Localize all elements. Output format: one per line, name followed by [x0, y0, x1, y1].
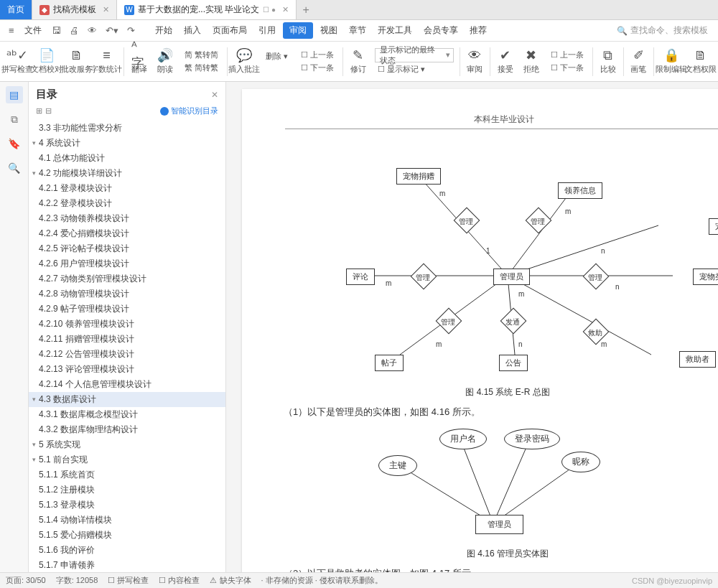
- attr-pwd: 登录密码: [504, 429, 560, 449]
- menu-layout[interactable]: 页面布局: [208, 22, 251, 39]
- prev-change-button[interactable]: ☐ 上一条: [548, 49, 587, 61]
- menu-rec[interactable]: 推荐: [465, 22, 491, 39]
- toc-item[interactable]: 4.2.4 爱心捐赠模块设计: [29, 226, 225, 241]
- svg-line-2: [508, 225, 658, 276]
- smart-toc-button[interactable]: 智能识别目录: [160, 106, 218, 116]
- outline-icon[interactable]: ▤: [6, 86, 23, 103]
- menu-vip[interactable]: 会员专享: [419, 22, 462, 39]
- document-canvas[interactable]: 本科生毕业设计 宠物捐赠 领养信息 宠物 宠物类别 救助者 公告: [226, 82, 718, 572]
- toc-item[interactable]: 4.2.12 公告管理模块设计: [29, 347, 225, 362]
- tab-templates[interactable]: ◆找稿壳模板✕: [32, 0, 117, 19]
- entity-pet: 宠物: [709, 218, 718, 235]
- status-spell[interactable]: ☐ 拼写检查: [108, 575, 149, 586]
- menu-ref[interactable]: 引用: [254, 22, 280, 39]
- menu-start[interactable]: 开始: [151, 22, 177, 39]
- insert-comment-button[interactable]: 💬插入批注: [230, 47, 259, 76]
- menu-insert[interactable]: 插入: [180, 22, 205, 39]
- toc-item[interactable]: 4.2.1 登录模块设计: [29, 181, 225, 196]
- nav-icon[interactable]: ⧉: [6, 111, 23, 128]
- toc-item[interactable]: 4.2.2 登录模块设计: [29, 196, 225, 211]
- status-missing-font[interactable]: ⚠ 缺失字体: [210, 575, 251, 586]
- toc-item[interactable]: 5.1.4 动物详情模块: [29, 513, 225, 528]
- next-change-button[interactable]: ☐ 下一条: [548, 62, 587, 74]
- toc-item[interactable]: 4.3.2 数据库物理结构设计: [29, 422, 225, 437]
- menu-dev[interactable]: 开发工具: [373, 22, 416, 39]
- toc-item[interactable]: 5.1.7 申请领养: [29, 558, 225, 572]
- ink-button[interactable]: ✐画笔: [626, 47, 651, 76]
- tab-home[interactable]: 首页: [0, 0, 32, 19]
- toc-item[interactable]: 4.2.7 动物类别管理模块设计: [29, 271, 225, 286]
- toc-item[interactable]: 5.1.1 系统首页: [29, 467, 225, 482]
- toc-item[interactable]: 5.1.2 注册模块: [29, 482, 225, 498]
- revise-button[interactable]: ✎修订: [346, 47, 370, 76]
- toc-list[interactable]: 3.3 非功能性需求分析▾4 系统设计4.1 总体功能设计▾4.2 功能模块详细…: [29, 121, 225, 572]
- toc-item[interactable]: 5.1.3 登录模块: [29, 498, 225, 513]
- redo-icon[interactable]: ↷: [124, 24, 138, 37]
- print-icon[interactable]: 🖨: [67, 24, 82, 37]
- close-outline-icon[interactable]: ✕: [211, 90, 218, 100]
- review-button[interactable]: 👁审阅: [462, 47, 487, 76]
- toc-item[interactable]: 4.2.3 动物领养模块设计: [29, 211, 225, 226]
- preview-icon[interactable]: 👁: [85, 24, 100, 37]
- collapse-all-icon[interactable]: ⊟: [45, 106, 52, 115]
- proof-button[interactable]: 📄文档校对: [33, 47, 62, 76]
- toc-item[interactable]: 4.2.8 动物管理模块设计: [29, 286, 225, 302]
- er-diagram-1: 宠物捐赠 领养信息 宠物 宠物类别 救助者 公告 帖子 评论 管理员 管理 管理…: [271, 139, 718, 383]
- read-aloud-button[interactable]: 🔊朗读: [153, 47, 177, 76]
- next-comment-button[interactable]: ☐ 下一条: [298, 62, 337, 74]
- toc-item[interactable]: 4.2.6 用户管理模块设计: [29, 256, 225, 271]
- translate-button[interactable]: ᴬ字翻译: [127, 47, 151, 76]
- search-pane-icon[interactable]: 🔍: [6, 159, 23, 177]
- toc-item[interactable]: ▾4.3 数据库设计: [29, 392, 225, 407]
- toc-item[interactable]: 5.1.6 我的评价: [29, 543, 225, 558]
- bookmark-icon[interactable]: 🔖: [6, 135, 23, 152]
- toc-item[interactable]: 4.3.1 数据库概念模型设计: [29, 407, 225, 422]
- add-tab-button[interactable]: +: [297, 0, 315, 19]
- file-menu[interactable]: 文件: [20, 22, 46, 39]
- toc-item[interactable]: 4.2.13 评论管理模块设计: [29, 362, 225, 377]
- doc-perm-button[interactable]: 🗎文档权限: [686, 47, 715, 76]
- delete-comment-button[interactable]: 删除▾: [263, 50, 291, 62]
- reject-button[interactable]: ✖拒绝: [519, 47, 544, 76]
- toc-item[interactable]: 4.2.10 领养管理模块设计: [29, 317, 225, 332]
- toc-item[interactable]: 4.2.5 评论帖子模块设计: [29, 241, 225, 256]
- track-display-dropdown[interactable]: 显示标记的最终状态: [375, 48, 454, 62]
- paragraph-1: （1）以下是管理员的实体图，如图 4.16 所示。: [284, 406, 718, 419]
- menu-chapter[interactable]: 章节: [345, 22, 370, 39]
- menu-icon[interactable]: ≡: [6, 24, 17, 37]
- close-icon[interactable]: ✕: [103, 5, 109, 14]
- toc-item[interactable]: ▾4 系统设计: [29, 136, 225, 151]
- expand-all-icon[interactable]: ⊞: [36, 106, 42, 115]
- menu-view[interactable]: 视图: [316, 22, 342, 39]
- wordcount-button[interactable]: ≡字数统计: [93, 47, 121, 76]
- undo-icon[interactable]: ↶▾: [103, 24, 121, 37]
- close-icon[interactable]: ✕: [282, 5, 289, 14]
- word-count[interactable]: 字数: 12058: [56, 575, 98, 586]
- toc-item[interactable]: 3.3 非功能性需求分析: [29, 121, 225, 136]
- toc-item[interactable]: 5.1.5 爱心捐赠模块: [29, 528, 225, 543]
- page-header: 本科生毕业设计: [285, 113, 718, 129]
- entity-admin2: 管理员: [475, 515, 523, 534]
- spell-check-button[interactable]: ᵃᵇ✓拼写检查: [3, 47, 32, 76]
- accept-button[interactable]: ✔接受: [493, 47, 518, 76]
- toc-item[interactable]: ▾4.2 功能模块详细设计: [29, 166, 225, 181]
- svg-line-1: [508, 190, 572, 276]
- prev-comment-button[interactable]: ☐ 上一条: [298, 49, 337, 61]
- simp-to-trad-button[interactable]: 繁简转繁: [182, 62, 221, 74]
- search-input[interactable]: 🔍查找命令、搜索模板: [612, 23, 712, 38]
- toc-item[interactable]: 4.2.11 捐赠管理模块设计: [29, 332, 225, 347]
- restrict-edit-button[interactable]: 🔒限制编辑: [657, 47, 686, 76]
- toc-item[interactable]: ▾5 系统实现: [29, 437, 225, 452]
- tab-document[interactable]: W基于大数据的宠...实现 毕业论文☐ ●✕: [117, 0, 297, 19]
- menu-review[interactable]: 审阅: [283, 22, 313, 39]
- save-icon[interactable]: 🖫: [49, 24, 64, 37]
- status-content[interactable]: ☐ 内容检查: [159, 575, 200, 586]
- toc-item[interactable]: 4.2.9 帖子管理模块设计: [29, 302, 225, 317]
- compare-button[interactable]: ⧉比较: [596, 47, 620, 76]
- trad-to-simp-button[interactable]: 简繁转简: [182, 49, 221, 61]
- toc-item[interactable]: 4.1 总体功能设计: [29, 151, 225, 166]
- toc-item[interactable]: ▾5.1 前台实现: [29, 452, 225, 467]
- page-indicator[interactable]: 页面: 30/50: [6, 575, 46, 586]
- approve-button[interactable]: 🗎批改服务: [62, 47, 91, 76]
- toc-item[interactable]: 4.2.14 个人信息管理模块设计: [29, 377, 225, 392]
